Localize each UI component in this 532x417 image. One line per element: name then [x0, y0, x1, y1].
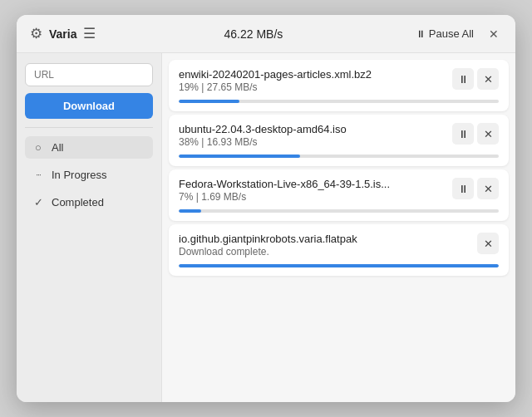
item-header: ubuntu-22.04.3-desktop-amd64.iso 38% | 1… [179, 123, 499, 148]
pause-item-button[interactable]: ⏸ [452, 178, 474, 199]
pause-all-button[interactable]: ⏸ Pause All [411, 26, 479, 42]
download-item: enwiki-20240201-pages-articles.xml.bz2 1… [169, 60, 509, 111]
item-info: io.github.giantpinkrobots.varia.flatpak … [179, 233, 477, 258]
progress-bar-fill [179, 155, 300, 158]
close-item-button[interactable]: ✕ [477, 178, 499, 199]
sidebar-item-all[interactable]: ○ All [25, 136, 153, 159]
item-stats: Download complete. [179, 246, 477, 258]
app-window: ⚙ Varia ☰ 46.22 MB/s ⏸ Pause All ✕ Downl… [17, 15, 515, 402]
item-actions: ⏸ ✕ [452, 123, 499, 145]
item-info: Fedora-Workstation-Live-x86_64-39-1.5.is… [179, 178, 452, 203]
pause-all-label: Pause All [429, 27, 474, 40]
progress-bar-fill [179, 209, 201, 213]
progress-bar-bg [179, 209, 499, 213]
gear-icon: ⚙ [30, 26, 42, 42]
sidebar-item-in-progress[interactable]: ··· In Progress [25, 164, 153, 186]
pause-item-button[interactable]: ⏸ [452, 123, 474, 145]
close-item-button[interactable]: ✕ [477, 233, 499, 254]
app-title: Varia [49, 27, 76, 41]
close-icon: ✕ [489, 27, 499, 41]
progress-bar-fill [179, 264, 499, 267]
item-name: io.github.giantpinkrobots.varia.flatpak [179, 233, 453, 245]
close-item-button[interactable]: ✕ [477, 68, 499, 90]
item-header: Fedora-Workstation-Live-x86_64-39-1.5.is… [179, 178, 499, 203]
completed-icon: ✓ [32, 196, 45, 208]
download-item: ubuntu-22.04.3-desktop-amd64.iso 38% | 1… [169, 115, 509, 166]
sidebar-item-completed-label: Completed [52, 196, 104, 208]
item-header: enwiki-20240201-pages-articles.xml.bz2 1… [179, 68, 499, 93]
pause-item-button[interactable]: ⏸ [452, 68, 474, 90]
item-name: ubuntu-22.04.3-desktop-amd64.iso [179, 123, 452, 135]
gear-button[interactable]: ⚙ [30, 25, 42, 42]
sidebar-item-in-progress-label: In Progress [52, 169, 106, 181]
titlebar-left: ⚙ Varia ☰ [30, 25, 96, 42]
sidebar-item-completed[interactable]: ✓ Completed [25, 191, 153, 213]
item-info: ubuntu-22.04.3-desktop-amd64.iso 38% | 1… [179, 123, 452, 148]
item-stats: 38% | 16.93 MB/s [179, 136, 452, 148]
content: Download ○ All ··· In Progress ✓ Complet… [17, 53, 515, 402]
titlebar-speed: 46.22 MB/s [103, 27, 404, 41]
titlebar: ⚙ Varia ☰ 46.22 MB/s ⏸ Pause All ✕ [17, 15, 515, 53]
hamburger-icon: ☰ [83, 26, 96, 42]
download-item: io.github.giantpinkrobots.varia.flatpak … [169, 224, 509, 276]
all-icon: ○ [32, 141, 45, 154]
sidebar: Download ○ All ··· In Progress ✓ Complet… [17, 53, 162, 402]
close-button[interactable]: ✕ [485, 26, 502, 42]
pause-icon: ⏸ [416, 28, 426, 40]
close-item-button[interactable]: ✕ [477, 123, 499, 145]
item-actions: ⏸ ✕ [452, 68, 499, 90]
sidebar-item-all-label: All [52, 141, 63, 154]
item-name: enwiki-20240201-pages-articles.xml.bz2 [179, 68, 452, 81]
progress-bar-bg [179, 264, 499, 267]
sidebar-divider [25, 127, 153, 128]
download-item: Fedora-Workstation-Live-x86_64-39-1.5.is… [169, 169, 509, 221]
item-name: Fedora-Workstation-Live-x86_64-39-1.5.is… [179, 178, 452, 190]
item-actions: ✕ [477, 233, 499, 254]
downloads-list: enwiki-20240201-pages-articles.xml.bz2 1… [162, 53, 515, 402]
item-header: io.github.giantpinkrobots.varia.flatpak … [179, 233, 499, 258]
progress-bar-fill [179, 100, 239, 103]
item-actions: ⏸ ✕ [452, 178, 499, 199]
progress-bar-bg [179, 155, 499, 158]
item-info: enwiki-20240201-pages-articles.xml.bz2 1… [179, 68, 452, 93]
titlebar-right: ⏸ Pause All ✕ [411, 26, 502, 42]
progress-bar-bg [179, 100, 499, 103]
in-progress-icon: ··· [32, 170, 45, 179]
item-stats: 19% | 27.65 MB/s [179, 81, 452, 93]
hamburger-button[interactable]: ☰ [83, 25, 96, 42]
item-stats: 7% | 1.69 MB/s [179, 191, 452, 203]
url-input[interactable] [25, 63, 153, 86]
download-button[interactable]: Download [25, 93, 153, 119]
